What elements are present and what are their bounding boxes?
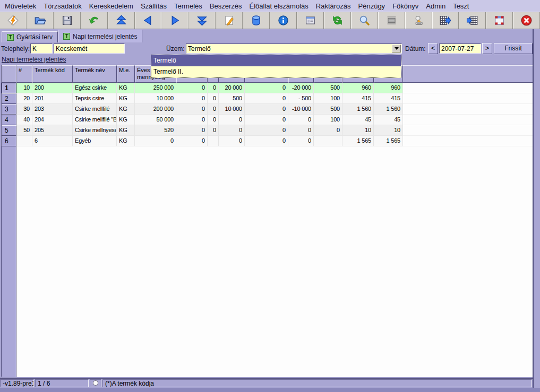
column-header[interactable]: M.e. bbox=[117, 65, 135, 83]
cell: 30 bbox=[16, 104, 32, 115]
cell: 45 bbox=[374, 115, 403, 125]
import-table-button[interactable] bbox=[459, 12, 486, 29]
status-indicator-icon bbox=[93, 380, 98, 386]
next-day-button[interactable]: > bbox=[482, 43, 492, 54]
search-button[interactable] bbox=[351, 12, 378, 29]
cell: 45 bbox=[342, 115, 374, 125]
form-view-button[interactable] bbox=[297, 12, 324, 29]
cell: 200 000 bbox=[135, 104, 176, 115]
row-number-cell[interactable]: 2 bbox=[2, 93, 16, 104]
menu-beszerzes[interactable]: Beszerzés bbox=[206, 2, 246, 10]
row-number-cell[interactable]: 6 bbox=[2, 136, 16, 146]
cell: 0 bbox=[245, 115, 288, 125]
table-row[interactable]: 330203Csirke mellfiléKG200 0000010 0000-… bbox=[2, 104, 533, 115]
edit-button[interactable] bbox=[216, 12, 243, 29]
cell: 500 bbox=[219, 93, 245, 104]
row-number-cell[interactable]: 3 bbox=[2, 104, 16, 115]
row-number-cell[interactable]: 1 bbox=[2, 83, 16, 93]
column-header[interactable]: Termék név bbox=[73, 65, 117, 83]
menu-eloallat-elszamolas[interactable]: Élőállat elszámolás bbox=[246, 2, 312, 10]
uzem-combobox[interactable]: Termelő bbox=[186, 43, 402, 54]
cell: 10 bbox=[374, 125, 403, 136]
next-record-button[interactable] bbox=[161, 12, 188, 29]
cell: 50 bbox=[16, 125, 32, 136]
menu-penzugy[interactable]: Pénzügy bbox=[355, 2, 389, 10]
menu-teszt[interactable]: Teszt bbox=[449, 2, 473, 10]
cell: 10 000 bbox=[135, 93, 176, 104]
export-table-button[interactable] bbox=[432, 12, 459, 29]
menu-termeles[interactable]: Termelés bbox=[170, 2, 206, 10]
tab-napi-termelesi-jelentes[interactable]: TNapi termelési jelentés bbox=[58, 30, 142, 42]
menu-raktarozas[interactable]: Raktározás bbox=[312, 2, 355, 10]
cell: 1 560 bbox=[342, 104, 374, 115]
ruler-lines-icon bbox=[386, 15, 397, 26]
refresh-button[interactable]: Frissít bbox=[494, 43, 533, 54]
first-record-button[interactable] bbox=[108, 12, 135, 29]
row-number-cell[interactable]: 4 bbox=[2, 115, 16, 125]
dropdown-option[interactable]: Termelő bbox=[151, 55, 401, 66]
date-input[interactable] bbox=[439, 43, 481, 54]
print-button[interactable] bbox=[405, 12, 432, 29]
cell: 0 bbox=[219, 125, 245, 136]
cell: 20 bbox=[16, 93, 32, 104]
column-header[interactable]: Termék kód bbox=[32, 65, 73, 83]
cell: 415 bbox=[374, 93, 403, 104]
table-row[interactable]: 440204Csirke mellfilé "B"KG50 0000000010… bbox=[2, 115, 533, 125]
previous-day-button[interactable]: < bbox=[428, 43, 438, 54]
column-header[interactable]: # bbox=[16, 65, 32, 83]
cell: 0 bbox=[135, 136, 176, 146]
table-row[interactable]: 550205Csirke mellnyesedékKG5200000001010 bbox=[2, 125, 533, 136]
execute-button[interactable] bbox=[0, 12, 27, 29]
refresh-data-button[interactable] bbox=[324, 12, 351, 29]
cell: 500 bbox=[314, 83, 342, 93]
menu-szallitas[interactable]: Szállítás bbox=[137, 2, 170, 10]
datum-label: Dátum: bbox=[405, 45, 426, 53]
cell: 100 bbox=[314, 115, 342, 125]
content-panel: TGyártási tervTNapi termelési jelentés T… bbox=[0, 29, 534, 388]
data-grid: #Termék kódTermék névM.e.Éves mennyiség1… bbox=[1, 65, 533, 377]
row-number-cell[interactable]: 5 bbox=[2, 125, 16, 136]
open-folder-icon bbox=[35, 15, 46, 26]
cell: 0 bbox=[245, 125, 288, 136]
cell: 10 bbox=[16, 83, 32, 93]
previous-record-button[interactable] bbox=[135, 12, 162, 29]
menu-admin[interactable]: Admin bbox=[422, 2, 449, 10]
fullscreen-button[interactable] bbox=[486, 12, 513, 29]
tab-gyartasi-terv[interactable]: TGyártási terv bbox=[2, 31, 58, 42]
telephely-name-input[interactable] bbox=[54, 43, 125, 54]
undo-arrow-icon bbox=[89, 15, 100, 26]
red-corners-window-icon bbox=[494, 15, 505, 26]
dropdown-option[interactable]: Termelő II. bbox=[151, 66, 401, 77]
status-record-position: 1 / 6 bbox=[35, 379, 89, 387]
uzem-dropdown-button[interactable] bbox=[392, 45, 401, 53]
menu-fokonyv[interactable]: Főkönyv bbox=[389, 2, 422, 10]
cell: 0 bbox=[208, 104, 219, 115]
menu-torzsadatok[interactable]: Törzsadatok bbox=[40, 2, 85, 10]
open-button[interactable] bbox=[27, 12, 54, 29]
cell: Csirke mellfilé bbox=[73, 104, 117, 115]
undo-button[interactable] bbox=[81, 12, 108, 29]
cell: 0 bbox=[208, 93, 219, 104]
last-record-button[interactable] bbox=[188, 12, 216, 29]
section-link[interactable]: Napi termelési jelentés bbox=[2, 56, 66, 63]
cell: 0 bbox=[245, 93, 288, 104]
menu-muveletek[interactable]: Műveletek bbox=[1, 2, 40, 10]
table-arrow-right-icon bbox=[440, 15, 451, 26]
table-row[interactable]: 220201Tepsis csireKG10 000005000- 500100… bbox=[2, 93, 533, 104]
page-setup-button[interactable] bbox=[378, 12, 405, 29]
menu-kereskedelem[interactable]: Kereskedelem bbox=[85, 2, 137, 10]
telephely-code-input[interactable] bbox=[30, 43, 53, 54]
table-row[interactable]: 110200Egész csirkeKG250 0000020 0000-20 … bbox=[2, 83, 533, 93]
cell: Tepsis csire bbox=[73, 93, 117, 104]
table-row[interactable]: 66EgyébKG000001 5651 565 bbox=[2, 136, 533, 146]
database-button[interactable] bbox=[243, 12, 270, 29]
cell: 203 bbox=[32, 104, 73, 115]
tab-label: Gyártási terv bbox=[16, 33, 53, 41]
cell: 205 bbox=[32, 125, 73, 136]
cell: 960 bbox=[374, 83, 403, 93]
cell: 0 bbox=[208, 115, 219, 125]
info-button[interactable] bbox=[270, 12, 297, 29]
save-button[interactable] bbox=[54, 12, 81, 29]
exit-button[interactable] bbox=[513, 12, 540, 29]
cell: 960 bbox=[342, 83, 374, 93]
